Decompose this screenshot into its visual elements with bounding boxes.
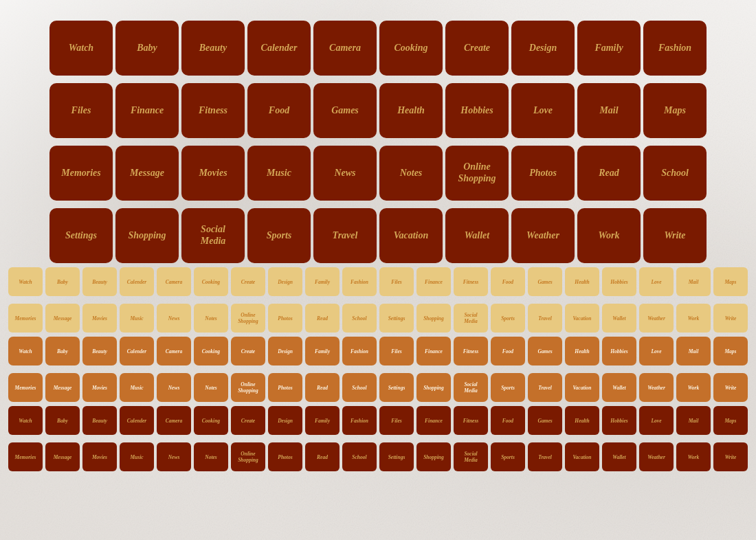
icon-med-maps[interactable]: Maps: [713, 337, 748, 365]
icon-dark-mail[interactable]: Mail: [577, 83, 641, 138]
icon-dark-sm-family[interactable]: Family: [305, 406, 340, 435]
icon-dark-sm-cooking[interactable]: Cooking: [194, 406, 228, 435]
icon-dark-sm-create[interactable]: Create: [231, 406, 265, 435]
icon-light-photos[interactable]: Photos: [268, 304, 302, 333]
icon-med-mail[interactable]: Mail: [676, 337, 711, 365]
icon-dark-design[interactable]: Design: [511, 21, 575, 76]
icon-light-onlineshopping[interactable]: OnlineShopping: [231, 304, 265, 333]
icon-med-baby[interactable]: Baby: [45, 337, 80, 365]
icon-dark-sm-write[interactable]: Write: [713, 442, 748, 471]
icon-dark-movies[interactable]: Movies: [181, 146, 245, 201]
icon-light-mail[interactable]: Mail: [676, 267, 711, 296]
icon-dark-wallet[interactable]: Wallet: [445, 208, 509, 263]
icon-dark-maps[interactable]: Maps: [643, 83, 707, 138]
icon-light-wallet[interactable]: Wallet: [602, 304, 636, 333]
icon-dark-sm-games[interactable]: Games: [528, 406, 562, 435]
icon-dark-sm-socialmedia[interactable]: SocialMedia: [454, 442, 488, 471]
icon-med-socialmedia[interactable]: SocialMedia: [454, 373, 488, 402]
icon-dark-fashion[interactable]: Fashion: [643, 21, 707, 76]
icon-dark-sm-fashion[interactable]: Fashion: [342, 406, 377, 435]
icon-dark-files[interactable]: Files: [49, 83, 113, 138]
icon-med-weather[interactable]: Weather: [639, 373, 674, 402]
icon-light-family[interactable]: Family: [305, 267, 340, 296]
icon-dark-sm-settings[interactable]: Settings: [379, 442, 414, 471]
icon-med-shopping[interactable]: Shopping: [416, 373, 451, 402]
icon-dark-sm-read[interactable]: Read: [305, 442, 340, 471]
icon-dark-sm-travel[interactable]: Travel: [528, 442, 562, 471]
icon-light-memories[interactable]: Memories: [8, 304, 43, 333]
icon-med-cooking[interactable]: Cooking: [194, 337, 228, 365]
icon-med-notes[interactable]: Notes: [194, 373, 228, 402]
icon-med-movies[interactable]: Movies: [82, 373, 117, 402]
icon-dark-sm-food[interactable]: Food: [491, 406, 525, 435]
icon-dark-weather[interactable]: Weather: [511, 208, 575, 263]
icon-dark-socialmedia[interactable]: SocialMedia: [181, 208, 245, 263]
icon-med-write[interactable]: Write: [713, 373, 748, 402]
icon-light-sports[interactable]: Sports: [491, 304, 525, 333]
icon-dark-sm-maps[interactable]: Maps: [713, 406, 748, 435]
icon-dark-write[interactable]: Write: [643, 208, 707, 263]
icon-dark-photos[interactable]: Photos: [511, 146, 575, 201]
icon-dark-sm-health[interactable]: Health: [565, 406, 599, 435]
icon-med-hobbies[interactable]: Hobbies: [602, 337, 636, 365]
icon-dark-sm-watch[interactable]: Watch: [8, 406, 43, 435]
icon-dark-memories[interactable]: Memories: [49, 146, 113, 201]
icon-light-maps[interactable]: Maps: [713, 267, 748, 296]
icon-med-finance[interactable]: Finance: [416, 337, 451, 365]
icon-light-vacation[interactable]: Vacation: [565, 304, 599, 333]
icon-dark-onlineshopping[interactable]: OnlineShopping: [445, 146, 509, 201]
icon-med-create[interactable]: Create: [231, 337, 265, 365]
icon-light-shopping[interactable]: Shopping: [416, 304, 451, 333]
icon-light-camera[interactable]: Camera: [157, 267, 191, 296]
icon-med-watch[interactable]: Watch: [8, 337, 43, 365]
icon-light-finance[interactable]: Finance: [416, 267, 451, 296]
icon-dark-hobbies[interactable]: Hobbies: [445, 83, 509, 138]
icon-dark-sm-movies[interactable]: Movies: [82, 442, 117, 471]
icon-med-family[interactable]: Family: [305, 337, 340, 365]
icon-light-settings[interactable]: Settings: [379, 304, 414, 333]
icon-dark-sm-notes[interactable]: Notes: [194, 442, 228, 471]
icon-med-settings[interactable]: Settings: [379, 373, 414, 402]
icon-med-wallet[interactable]: Wallet: [602, 373, 636, 402]
icon-light-baby[interactable]: Baby: [45, 267, 80, 296]
icon-light-socialmedia[interactable]: SocialMedia: [454, 304, 488, 333]
icon-light-school[interactable]: School: [342, 304, 377, 333]
icon-med-camera[interactable]: Camera: [157, 337, 191, 365]
icon-dark-games[interactable]: Games: [313, 83, 377, 138]
icon-dark-sm-wallet[interactable]: Wallet: [602, 442, 636, 471]
icon-dark-vacation[interactable]: Vacation: [379, 208, 443, 263]
icon-med-school[interactable]: School: [342, 373, 377, 402]
icon-dark-beauty[interactable]: Beauty: [181, 21, 245, 76]
icon-dark-sm-music[interactable]: Music: [120, 442, 154, 471]
icon-light-food[interactable]: Food: [491, 267, 525, 296]
icon-med-fashion[interactable]: Fashion: [342, 337, 377, 365]
icon-dark-sm-photos[interactable]: Photos: [268, 442, 302, 471]
icon-light-movies[interactable]: Movies: [82, 304, 117, 333]
icon-light-beauty[interactable]: Beauty: [82, 267, 117, 296]
icon-light-write[interactable]: Write: [713, 304, 748, 333]
icon-dark-sm-baby[interactable]: Baby: [45, 406, 80, 435]
icon-light-read[interactable]: Read: [305, 304, 340, 333]
icon-med-read[interactable]: Read: [305, 373, 340, 402]
icon-dark-create[interactable]: Create: [445, 21, 509, 76]
icon-dark-baby[interactable]: Baby: [115, 21, 179, 76]
icon-light-fitness[interactable]: Fitness: [454, 267, 488, 296]
icon-light-design[interactable]: Design: [268, 267, 302, 296]
icon-light-notes[interactable]: Notes: [194, 304, 228, 333]
icon-dark-love[interactable]: Love: [511, 83, 575, 138]
icon-light-hobbies[interactable]: Hobbies: [602, 267, 636, 296]
icon-dark-cooking[interactable]: Cooking: [379, 21, 443, 76]
icon-dark-sm-love[interactable]: Love: [639, 406, 674, 435]
icon-med-travel[interactable]: Travel: [528, 373, 562, 402]
icon-light-news[interactable]: News: [157, 304, 191, 333]
icon-med-food[interactable]: Food: [491, 337, 525, 365]
icon-dark-work[interactable]: Work: [577, 208, 641, 263]
icon-dark-sm-hobbies[interactable]: Hobbies: [602, 406, 636, 435]
icon-dark-camera[interactable]: Camera: [313, 21, 377, 76]
icon-dark-travel[interactable]: Travel: [313, 208, 377, 263]
icon-dark-music[interactable]: Music: [247, 146, 311, 201]
icon-light-calender[interactable]: Calender: [120, 267, 154, 296]
icon-dark-sm-files[interactable]: Files: [379, 406, 414, 435]
icon-dark-sm-design[interactable]: Design: [268, 406, 302, 435]
icon-med-beauty[interactable]: Beauty: [82, 337, 117, 365]
